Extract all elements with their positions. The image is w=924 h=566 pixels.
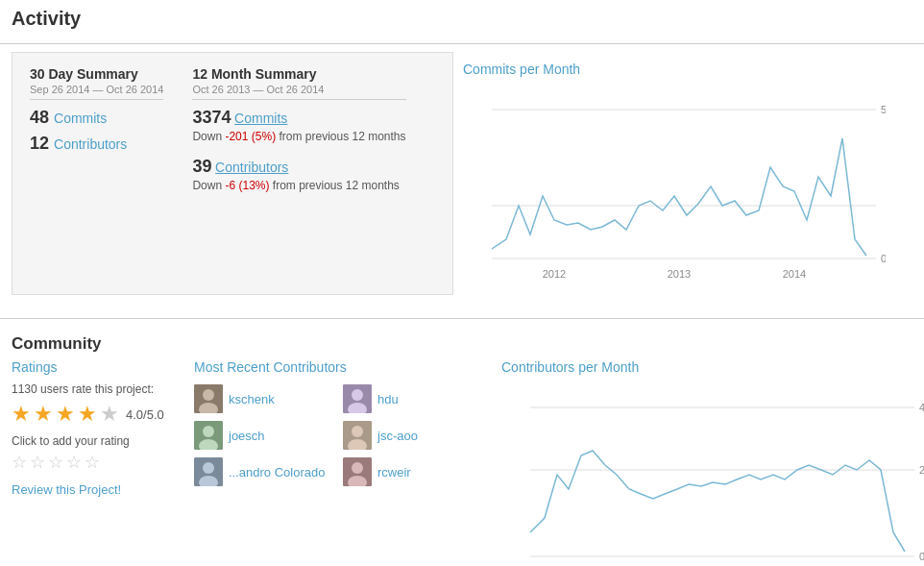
page-title: Activity (0, 0, 924, 36)
contributor-name-kschenk[interactable]: kschenk (229, 392, 275, 406)
svg-point-21 (203, 462, 214, 474)
thirty-day-contributors-row: 12 Contributors (30, 134, 163, 154)
svg-text:0: 0 (881, 253, 886, 264)
commits-chart-area: Commits per Month 500 0 2012 2013 2014 (453, 52, 912, 295)
contributors-chart-area: Contributors per Month 40 20 0 2012 2013… (501, 359, 924, 566)
twelve-month-contributors-change: Down -6 (13%) from previous 12 months (192, 179, 405, 192)
avatar-andro (194, 457, 223, 486)
thirty-day-date-range: Sep 26 2014 — Oct 26 2014 (30, 84, 163, 100)
commits-chart-title: Commits per Month (463, 62, 912, 77)
add-rating-label: Click to add your rating (12, 434, 175, 448)
contributor-name-joesch[interactable]: joesch (229, 429, 265, 443)
avatar-joesch (194, 421, 223, 450)
divider-activity (0, 43, 924, 44)
svg-point-12 (352, 389, 363, 401)
thirty-day-contributors-link[interactable]: Contributors (54, 136, 127, 152)
svg-text:500: 500 (881, 104, 886, 115)
thirty-day-title: 30 Day Summary (30, 66, 163, 82)
avatar-kschenk (194, 384, 223, 413)
summary-box: 30 Day Summary Sep 26 2014 — Oct 26 2014… (12, 52, 453, 295)
contributor-name-andro[interactable]: ...andro Colorado (229, 465, 325, 480)
divider-community (0, 318, 924, 319)
svg-point-9 (203, 389, 214, 401)
add-star-1[interactable]: ☆ (12, 452, 27, 473)
ratings-count: 1130 users rate this project: (12, 382, 175, 396)
ratings-column: Ratings 1130 users rate this project: ★ … (12, 359, 175, 497)
svg-point-24 (352, 462, 363, 474)
contributors-chart-svg: 40 20 0 2012 2013 2014 (501, 379, 924, 566)
commits-chart-svg: 500 0 2012 2013 2014 (463, 81, 886, 292)
contributor-item-kschenk: kschenk (194, 384, 333, 413)
contributor-name-jsc-aoo[interactable]: jsc-aoo (377, 429, 418, 443)
community-grid: Ratings 1130 users rate this project: ★ … (12, 359, 912, 566)
add-star-3[interactable]: ☆ (48, 452, 63, 473)
twelve-month-commits: 3374 Commits Down -201 (5%) from previou… (192, 108, 405, 143)
rating-score: 4.0/5.0 (126, 407, 164, 422)
thirty-day-summary: 30 Day Summary Sep 26 2014 — Oct 26 2014… (30, 66, 163, 281)
star-2: ★ (34, 402, 53, 427)
thirty-day-contributors-num: 12 (30, 134, 49, 154)
community-title: Community (0, 327, 924, 359)
ratings-title: Ratings (12, 359, 175, 375)
commits-down-value: -201 (5%) (225, 130, 276, 143)
contributors-chart-title: Contributors per Month (501, 359, 924, 375)
community-section: Ratings 1130 users rate this project: ★ … (0, 359, 924, 566)
svg-text:40: 40 (919, 402, 924, 413)
thirty-day-commits-row: 48 Commits (30, 108, 163, 128)
svg-text:20: 20 (919, 464, 924, 476)
contributor-grid: kschenk hdu joesch (194, 384, 482, 486)
review-project-link[interactable]: Review this Project! (12, 482, 121, 497)
star-rating-display: ★ ★ ★ ★ ★ 4.0/5.0 (12, 402, 175, 427)
twelve-month-contributors-num: 39 (192, 157, 211, 176)
contributor-item-andro: ...andro Colorado (194, 457, 333, 486)
twelve-month-commits-change: Down -201 (5%) from previous 12 months (192, 130, 405, 143)
contributor-item-hdu: hdu (343, 384, 482, 413)
twelve-month-title: 12 Month Summary (192, 66, 405, 82)
thirty-day-commits-num: 48 (30, 108, 49, 128)
avatar-hdu (343, 384, 372, 413)
svg-text:0: 0 (919, 551, 924, 562)
svg-text:2013: 2013 (668, 268, 691, 280)
twelve-month-commits-num: 3374 (192, 108, 231, 127)
svg-point-18 (352, 426, 363, 437)
contributors-column: Most Recent Contributors kschenk hdu (194, 359, 482, 486)
activity-grid: 30 Day Summary Sep 26 2014 — Oct 26 2014… (12, 52, 912, 295)
svg-text:2012: 2012 (543, 268, 566, 280)
star-1: ★ (12, 402, 31, 427)
contributor-name-rcweir[interactable]: rcweir (377, 465, 411, 480)
contributors-title: Most Recent Contributors (194, 359, 482, 375)
avatar-jsc-aoo (343, 421, 372, 450)
contributor-name-hdu[interactable]: hdu (377, 392, 399, 406)
twelve-month-date-range: Oct 26 2013 — Oct 26 2014 (192, 84, 405, 100)
star-5: ★ (100, 402, 119, 427)
thirty-day-commits-link[interactable]: Commits (54, 111, 107, 126)
star-4: ★ (78, 402, 97, 427)
svg-point-15 (203, 426, 214, 437)
contributor-item-joesch: joesch (194, 421, 333, 450)
add-star-2[interactable]: ☆ (30, 452, 45, 473)
star-3: ★ (56, 402, 75, 427)
twelve-month-contributors-link[interactable]: Contributors (215, 160, 288, 175)
twelve-month-summary: 12 Month Summary Oct 26 2013 — Oct 26 20… (192, 66, 405, 281)
avatar-rcweir (343, 457, 372, 486)
activity-section: 30 Day Summary Sep 26 2014 — Oct 26 2014… (0, 52, 924, 310)
add-star-5[interactable]: ☆ (85, 452, 100, 473)
contributors-down-value: -6 (13%) (225, 179, 269, 192)
contributor-item-jsc-aoo: jsc-aoo (343, 421, 482, 450)
twelve-month-contributors: 39 Contributors Down -6 (13%) from previ… (192, 157, 405, 192)
add-rating-stars[interactable]: ☆ ☆ ☆ ☆ ☆ (12, 452, 175, 473)
add-star-4[interactable]: ☆ (66, 452, 82, 473)
svg-text:2014: 2014 (783, 268, 806, 280)
contributor-item-rcweir: rcweir (343, 457, 482, 486)
twelve-month-commits-link[interactable]: Commits (234, 111, 287, 126)
